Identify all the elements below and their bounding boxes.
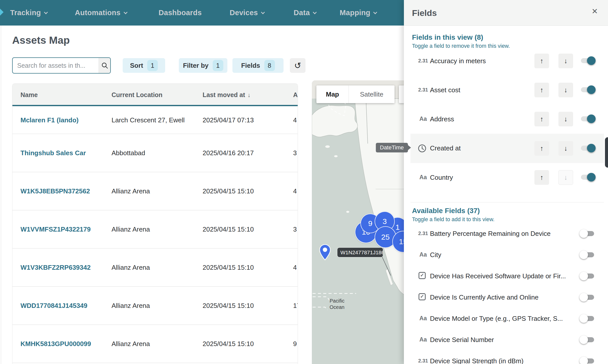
arrow-up-icon: ↑ <box>540 174 544 181</box>
field-row-signal-strength: 2.31 Device Signal Strength (in dBm) <box>404 350 608 364</box>
filter-button[interactable]: Filter by 1 <box>179 58 227 73</box>
asset-name-link[interactable]: W1K5J8EB5PN372562 <box>20 187 90 195</box>
refresh-button[interactable]: ↺ <box>290 58 306 73</box>
field-label: Device Has Received Software Update or F… <box>430 272 566 280</box>
refresh-icon: ↺ <box>294 61 301 71</box>
nav-item-data[interactable]: Data <box>294 0 316 26</box>
field-row-software-update: Device Has Received Software Update or F… <box>404 265 608 287</box>
field-toggle-on[interactable] <box>581 58 594 63</box>
nav-item-dashboards[interactable]: Dashboards <box>159 0 202 26</box>
asset-name-link[interactable]: W1V3KBFZ2RP639342 <box>20 264 91 271</box>
sort-button[interactable]: Sort 1 <box>123 58 165 73</box>
nav-item-tracking[interactable]: Tracking <box>10 0 47 26</box>
move-up-button[interactable]: ↑ <box>534 141 549 156</box>
field-row-created-at: Created at ↑ ↓ <box>410 134 604 163</box>
search-input[interactable] <box>13 58 99 73</box>
field-row-serial-number: Aa Device Serial Number <box>404 329 608 350</box>
move-up-button[interactable]: ↑ <box>534 83 549 97</box>
field-toggle-off[interactable] <box>581 337 594 342</box>
nav-item-mapping[interactable]: Mapping <box>340 0 377 26</box>
ocean-label: Pacific Ocean <box>330 298 344 310</box>
field-row-address: Aa Address ↑ ↓ <box>404 105 608 134</box>
field-label: Accuracy in meters <box>430 57 486 65</box>
map-view-button[interactable]: Map <box>316 85 349 103</box>
asset-last-moved: 2025/04/16 20:17 <box>203 149 254 157</box>
nav-item-devices[interactable]: Devices <box>230 0 264 26</box>
field-toggle-off[interactable] <box>581 295 594 300</box>
column-header-last-moved[interactable]: Last moved at↓ <box>203 84 251 106</box>
table-row[interactable]: W1V3KBFZ2RP639342 Allianz Arena 2025/04/… <box>12 248 298 287</box>
field-toggle-on[interactable] <box>581 146 594 151</box>
asset-name-link[interactable]: Mclaren F1 (lando) <box>20 116 79 124</box>
content-left-edge <box>1 26 1 364</box>
field-label: Device Signal Strength (in dBm) <box>430 357 524 364</box>
nav-item-automations[interactable]: Automations <box>75 0 127 26</box>
column-header-extra[interactable]: A <box>293 84 298 106</box>
toggle-knob <box>579 293 588 302</box>
field-toggle-on[interactable] <box>581 116 594 121</box>
sidebar-expand-icon[interactable] <box>0 9 4 16</box>
arrow-down-icon: ↓ <box>564 57 568 65</box>
field-toggle-on[interactable] <box>581 175 594 180</box>
table-row[interactable]: WDD1770841J145349 Allianz Arena 2025/04/… <box>12 287 298 325</box>
asset-name-link[interactable]: WDD1770841J145349 <box>20 302 88 310</box>
field-row-device-model: Aa Device Model or Type (e.g., GPS Track… <box>404 308 608 329</box>
table-row[interactable]: W1VVMFSZ1P4322179 Allianz Arena 2025/04/… <box>12 210 298 248</box>
scrollbar-thumb[interactable] <box>605 137 608 168</box>
column-header-location[interactable]: Current Location <box>112 84 162 106</box>
field-label: Asset cost <box>430 86 460 94</box>
move-up-button[interactable]: ↑ <box>534 54 549 68</box>
field-row-active-online: Device Is Currently Active and Online <box>404 287 608 308</box>
arrow-up-icon: ↑ <box>540 86 544 94</box>
table-row[interactable]: Thingshub Sales Car Abbottabad 2025/04/1… <box>12 134 298 172</box>
column-header-name[interactable]: Name <box>20 84 38 106</box>
field-toggle-off[interactable] <box>581 252 594 257</box>
arrow-down-icon: ↓ <box>564 174 568 181</box>
move-down-button[interactable]: ↓ <box>558 112 573 126</box>
map-type-control: Map Satellite <box>316 85 395 103</box>
available-subheading: Toggle a field to add it to this view. <box>412 216 494 223</box>
datetime-tooltip: DateTime <box>376 143 408 152</box>
fields-button[interactable]: Fields 8 <box>232 58 284 73</box>
field-toggle-off[interactable] <box>581 274 594 279</box>
number-type-icon: 2.31 <box>417 231 429 236</box>
arrow-up-icon: ↑ <box>540 57 544 65</box>
table-row[interactable]: Mclaren F1 (lando) Larch Crescent 27, Ew… <box>12 106 298 134</box>
asset-extra-value: 17 <box>293 302 298 310</box>
move-up-button[interactable]: ↑ <box>534 170 549 185</box>
asset-location: Larch Crescent 27, Ewell <box>112 116 185 124</box>
asset-last-moved: 2025/04/15 15:10 <box>203 340 254 348</box>
field-toggle-off[interactable] <box>581 358 594 363</box>
search-button[interactable] <box>99 58 110 73</box>
satellite-view-button[interactable]: Satellite <box>349 85 395 103</box>
asset-location: Abbottabad <box>112 149 145 157</box>
move-up-button[interactable]: ↑ <box>534 112 549 126</box>
field-row-asset-cost: 2.31 Asset cost ↑ ↓ <box>404 76 608 105</box>
field-toggle-off[interactable] <box>581 316 594 321</box>
asset-name-link[interactable]: W1VVMFSZ1P4322179 <box>20 225 91 233</box>
toggle-knob <box>587 173 596 181</box>
move-down-button[interactable]: ↓ <box>558 83 573 97</box>
sort-label: Sort <box>130 62 143 70</box>
asset-name-link[interactable]: KMHK5813GPU000099 <box>20 340 91 348</box>
move-down-button[interactable]: ↓ <box>558 54 573 68</box>
field-toggle-off[interactable] <box>581 231 594 236</box>
asset-name-link[interactable]: Thingshub Sales Car <box>20 149 86 157</box>
move-down-button[interactable]: ↓ <box>558 141 573 156</box>
section-divider <box>410 202 604 202</box>
text-type-icon: Aa <box>417 251 429 258</box>
pin-icon <box>319 244 331 260</box>
table-row[interactable]: KMHK5813GPU000099 Allianz Arena 2025/04/… <box>12 325 298 363</box>
field-label: Address <box>430 115 454 123</box>
in-view-heading: Fields in this view (8) <box>412 33 483 41</box>
arrow-down-icon: ↓ <box>564 86 568 94</box>
close-icon[interactable]: ✕ <box>592 8 598 15</box>
screen: Tracking Automations Dashboards Devices … <box>0 0 608 364</box>
field-row-country: Aa Country ↑ ↓ <box>404 163 608 192</box>
chevron-down-icon <box>261 10 265 14</box>
field-toggle-on[interactable] <box>581 87 594 92</box>
marker-tooltip: W1N2477871J186... <box>337 248 383 257</box>
table-row[interactable]: W1K5J8EB5PN372562 Allianz Arena 2025/04/… <box>12 172 298 210</box>
field-label: Device Serial Number <box>430 336 494 344</box>
map-marker-pin[interactable] <box>319 244 331 261</box>
